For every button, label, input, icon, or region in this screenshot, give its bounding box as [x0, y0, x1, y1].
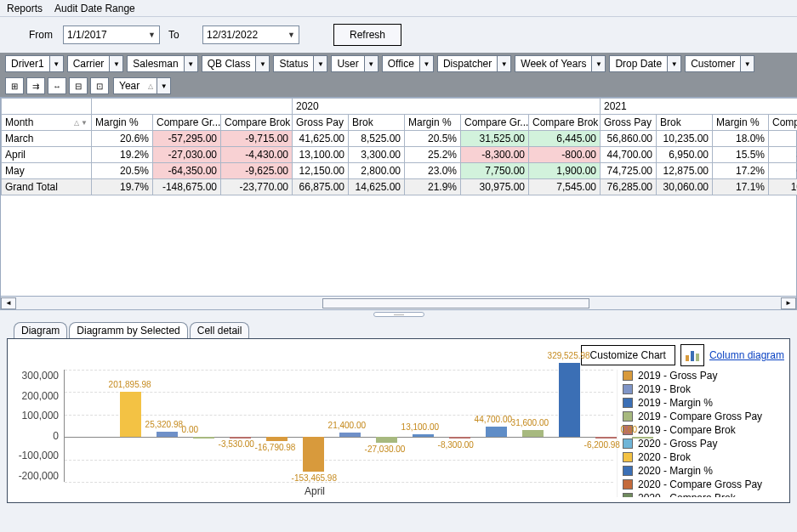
cell[interactable]: 20.5% [92, 163, 153, 179]
filter-dispatcher[interactable]: Dispatcher▼ [437, 55, 511, 72]
menu-reports[interactable]: Reports [7, 3, 43, 14]
chart-bar[interactable] [522, 430, 544, 437]
cell[interactable]: 25.2% [405, 147, 461, 163]
cell[interactable]: 62,575 [769, 163, 798, 179]
legend-item[interactable]: 2019 - Brok [623, 383, 784, 395]
cell[interactable]: -27,030.00 [153, 147, 221, 163]
cell[interactable]: 13,100.00 [293, 147, 349, 163]
toolbar-icon-4[interactable]: ⊟ [69, 77, 88, 94]
cell[interactable]: 56,860.00 [601, 131, 657, 147]
cell[interactable]: 31,525.00 [461, 131, 529, 147]
filter-status[interactable]: Status▼ [273, 55, 327, 72]
cell[interactable]: 3,300.00 [349, 147, 405, 163]
chart-bar[interactable] [595, 437, 618, 439]
column-header[interactable]: Compare Brok [529, 115, 601, 131]
column-header[interactable]: Margin % [713, 115, 769, 131]
chart-bar[interactable] [266, 437, 288, 440]
cell[interactable]: -9,625.00 [221, 163, 293, 179]
cell[interactable]: 19.2% [92, 147, 153, 163]
legend-item[interactable]: 2019 - Compare Brok [623, 424, 784, 436]
column-header[interactable]: Brok [657, 115, 713, 131]
cell[interactable]: -9,715.00 [221, 131, 293, 147]
cell[interactable]: -64,350.00 [153, 163, 221, 179]
column-header[interactable]: Compare Gr... [153, 115, 221, 131]
cell[interactable]: 10,235.00 [657, 131, 713, 147]
from-date-input[interactable]: 1/1/2017 ▼ [63, 25, 160, 44]
cell[interactable]: 7,750.00 [461, 163, 529, 179]
filter-salesman[interactable]: Salesman▼ [127, 55, 197, 72]
filter-customer[interactable]: Customer▼ [685, 55, 754, 72]
legend-item[interactable]: 2019 - Compare Gross Pay [623, 410, 784, 422]
cell[interactable]: 20.6% [92, 131, 153, 147]
customize-chart-button[interactable]: Customize Chart [581, 345, 675, 365]
legend-item[interactable]: 2020 - Brok [623, 451, 784, 463]
legend-item[interactable]: 2020 - Compare Brok [623, 492, 784, 497]
toolbar-icon-1[interactable]: ⊞ [5, 77, 24, 94]
scroll-track[interactable] [16, 297, 781, 309]
cell[interactable]: 31,600 [769, 147, 798, 163]
cell[interactable]: 15.5% [713, 147, 769, 163]
chart-bar[interactable] [559, 363, 581, 437]
scroll-left-button[interactable]: ◄ [1, 297, 16, 309]
legend-item[interactable]: 2019 - Gross Pay [623, 370, 784, 382]
filter-driver1[interactable]: Driver1▼ [5, 55, 64, 72]
chart-bar[interactable] [376, 437, 398, 443]
cell[interactable]: 8,525.00 [349, 131, 405, 147]
column-diagram-link[interactable]: Column diagram [709, 349, 784, 361]
tab-cell-detail[interactable]: Cell detail [190, 322, 250, 338]
column-header[interactable]: Margin % [92, 115, 153, 131]
legend-item[interactable]: 2019 - Margin % [623, 397, 784, 409]
column-header[interactable]: Gross Pay [601, 115, 657, 131]
tab-diagram-by-selected[interactable]: Diagramm by Selected [69, 322, 187, 338]
filter-user[interactable]: User▼ [331, 55, 378, 72]
toolbar-icon-2[interactable]: ⇉ [26, 77, 45, 94]
chart-bar[interactable] [339, 433, 361, 438]
cell[interactable]: 20.5% [405, 131, 461, 147]
menu-audit-date-range[interactable]: Audit Date Range [54, 3, 135, 14]
filter-drop-date[interactable]: Drop Date▼ [609, 55, 681, 72]
scroll-thumb[interactable] [322, 298, 590, 308]
cell[interactable]: -4,430.00 [221, 147, 293, 163]
splitter-handle[interactable]: ⋯⋯ [0, 310, 797, 319]
cell[interactable]: 44,700.00 [601, 147, 657, 163]
filter-week-of-years[interactable]: Week of Years▼ [515, 55, 606, 72]
chart-bar[interactable] [193, 437, 215, 439]
refresh-button[interactable]: Refresh [333, 24, 401, 46]
cell[interactable]: 1,900.00 [529, 163, 601, 179]
chart-bar[interactable] [230, 437, 252, 439]
cell[interactable]: 41,625.00 [293, 131, 349, 147]
chart-bar[interactable] [449, 437, 471, 439]
cell[interactable]: 6,445.00 [529, 131, 601, 147]
cell[interactable]: -57,295.00 [153, 131, 221, 147]
filter-office[interactable]: Office▼ [382, 55, 434, 72]
column-header[interactable]: Compare Gr... [461, 115, 529, 131]
legend-item[interactable]: 2020 - Gross Pay [623, 438, 784, 450]
chart-bar[interactable] [632, 437, 654, 439]
table-row[interactable]: April19.2%-27,030.00-4,430.0013,100.003,… [2, 147, 798, 163]
legend-item[interactable]: 2020 - Compare Gross Pay [623, 478, 784, 490]
chart-bar[interactable] [413, 434, 435, 437]
cell[interactable]: -8,300.00 [461, 147, 529, 163]
cell[interactable]: 17.2% [713, 163, 769, 179]
column-header[interactable]: Margin % [405, 115, 461, 131]
filter-qb-class[interactable]: QB Class▼ [202, 55, 270, 72]
column-header[interactable]: Compare Gr. [769, 115, 798, 131]
chart-bar[interactable] [303, 437, 325, 472]
to-date-input[interactable]: 12/31/2022 ▼ [202, 25, 299, 44]
cell[interactable]: 12,875.00 [657, 163, 713, 179]
chart-bar[interactable] [120, 392, 142, 437]
table-row[interactable]: March20.6%-57,295.00-9,715.0041,625.008,… [2, 131, 798, 147]
cell[interactable]: -800.00 [529, 147, 601, 163]
column-header[interactable]: Compare Brok [221, 115, 293, 131]
chart-type-icon-button[interactable] [680, 344, 704, 366]
chart-bar[interactable] [486, 427, 508, 437]
filter-carrier[interactable]: Carrier▼ [67, 55, 124, 72]
legend-item[interactable]: 2020 - Margin % [623, 465, 784, 477]
month-column-header[interactable]: Month△ ▼ [2, 115, 92, 131]
cell[interactable]: 23.0% [405, 163, 461, 179]
cell[interactable]: 2,800.00 [349, 163, 405, 179]
scroll-right-button[interactable]: ► [781, 297, 796, 309]
cell[interactable]: 15,235 [769, 131, 798, 147]
column-header[interactable]: Gross Pay [293, 115, 349, 131]
cell[interactable]: 18.0% [713, 131, 769, 147]
